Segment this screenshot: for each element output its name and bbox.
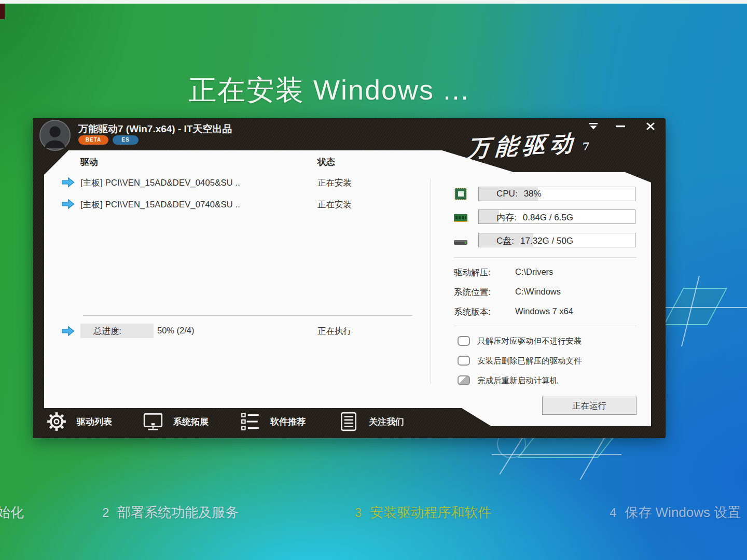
step-number: 2 bbox=[102, 506, 109, 520]
install-title: 正在安装 Windows ... bbox=[188, 72, 469, 109]
progress-label: 总进度: bbox=[93, 326, 121, 337]
doc-icon bbox=[338, 411, 359, 432]
driver-status: 正在安装 bbox=[317, 199, 352, 211]
ram-value: 0.84G / 6.5G bbox=[523, 213, 573, 222]
option-extract-only[interactable]: 只解压对应驱动但不进行安装 bbox=[458, 336, 665, 349]
progress-value: 50% (2/4) bbox=[157, 326, 195, 335]
arrow-right-icon bbox=[61, 199, 75, 209]
option-label: 安装后删除已解压的驱动文件 bbox=[477, 356, 582, 367]
avatar bbox=[39, 119, 71, 151]
step-2: 2部署系统功能及服务 bbox=[102, 503, 239, 522]
info-row-system-version: 系统版本: Windows 7 x64 bbox=[454, 306, 651, 319]
screen-top-strip bbox=[0, 0, 747, 4]
option-label: 只解压对应驱动但不进行安装 bbox=[477, 336, 582, 347]
arrow-right-icon bbox=[61, 177, 75, 188]
step-3-active: 3安装驱动程序和软件 bbox=[355, 503, 491, 522]
line-decoration bbox=[492, 454, 621, 455]
step-number: 4 bbox=[610, 506, 616, 520]
line-decoration bbox=[658, 307, 747, 308]
ram-meter: 内存:0.84G / 6.5G bbox=[478, 209, 635, 224]
cpu-meter-text: CPU:38% bbox=[496, 189, 542, 199]
divider bbox=[83, 315, 412, 316]
info-row-drivers-path: 驱动解压: C:\Drivers bbox=[454, 267, 651, 279]
running-button[interactable]: 正在运行 bbox=[542, 397, 637, 415]
driver-name: [主板] PCI\VEN_15AD&DEV_0405&SU .. bbox=[80, 177, 240, 189]
cpu-icon bbox=[453, 186, 468, 202]
cpu-label: CPU: bbox=[496, 189, 518, 199]
progress-status: 正在执行 bbox=[317, 326, 352, 337]
option-restart-after-finish[interactable]: 完成后重新启动计算机 bbox=[458, 375, 665, 389]
info-label: 系统位置: bbox=[454, 287, 491, 298]
step-label: 保存 Windows 设置 bbox=[625, 505, 741, 520]
disk-value: 17.32G / 50G bbox=[520, 236, 573, 246]
driver-installer-window: 万能驱动7 (Win7.x64) - IT天空出品 BETA ES 万能驱动7 … bbox=[33, 118, 666, 438]
ram-label: 内存: bbox=[496, 213, 517, 222]
ram-icon bbox=[453, 210, 468, 226]
driver-status: 正在安装 bbox=[317, 177, 352, 189]
overall-progress-row: 总进度: 50% (2/4) 正在执行 bbox=[33, 324, 427, 339]
disk-meter-text: C盘:17.32G / 50G bbox=[496, 235, 573, 247]
divider bbox=[454, 257, 637, 258]
gear-icon bbox=[46, 411, 67, 432]
arrow-right-icon bbox=[61, 326, 75, 337]
column-header-driver: 驱动 bbox=[80, 156, 98, 168]
table-row[interactable]: [主板] PCI\VEN_15AD&DEV_0740&SU .. 正在安装 bbox=[33, 198, 427, 214]
cpu-value: 38% bbox=[524, 189, 542, 199]
toolbar-label: 系统拓展 bbox=[173, 416, 209, 428]
toolbar-label: 软件推荐 bbox=[270, 416, 306, 428]
option-label: 完成后重新启动计算机 bbox=[477, 375, 558, 386]
toolbar-label: 驱动列表 bbox=[77, 416, 112, 428]
desktop: { "desktop": { "title": "正在安装 Windows ..… bbox=[0, 0, 747, 560]
brand-logo: 万能驱动7 bbox=[467, 123, 655, 164]
monitor-icon bbox=[142, 411, 164, 432]
info-row-system-path: 系统位置: C:\Windows bbox=[454, 287, 651, 299]
divider bbox=[454, 326, 637, 326]
step-4: 4保存 Windows 设置 bbox=[610, 503, 741, 522]
column-header-status: 状态 bbox=[317, 156, 335, 168]
disk-meter: C盘:17.32G / 50G bbox=[478, 233, 635, 247]
panel-divider bbox=[431, 179, 431, 384]
list-icon bbox=[239, 411, 261, 432]
cpu-meter: CPU:38% bbox=[478, 187, 635, 201]
brand-logo-text: 万能驱动 bbox=[467, 129, 578, 161]
info-label: 系统版本: bbox=[454, 306, 491, 318]
disk-label: C盘: bbox=[496, 236, 514, 246]
ram-meter-text: 内存:0.84G / 6.5G bbox=[496, 212, 573, 223]
info-label: 驱动解压: bbox=[454, 267, 491, 278]
step-label: 始化 bbox=[0, 505, 24, 520]
disk-icon bbox=[453, 234, 468, 249]
checkbox[interactable] bbox=[458, 336, 470, 346]
option-delete-after-install[interactable]: 安装后删除已解压的驱动文件 bbox=[458, 356, 665, 369]
es-badge: ES bbox=[113, 135, 139, 145]
toolbar-label: 关注我们 bbox=[369, 416, 404, 428]
step-label: 部署系统功能及服务 bbox=[117, 505, 239, 520]
window-title: 万能驱动7 (Win7.x64) - IT天空出品 bbox=[78, 122, 232, 136]
info-value: C:\Windows bbox=[515, 287, 561, 297]
step-number: 3 bbox=[355, 506, 362, 520]
info-value: C:\Drivers bbox=[515, 267, 553, 277]
beta-badge: BETA bbox=[78, 135, 108, 145]
screen-corner-notch bbox=[0, 4, 5, 19]
info-value: Windows 7 x64 bbox=[515, 306, 573, 316]
table-row[interactable]: [主板] PCI\VEN_15AD&DEV_0405&SU .. 正在安装 bbox=[33, 176, 427, 192]
step-1: 始化 bbox=[0, 503, 24, 522]
driver-name: [主板] PCI\VEN_15AD&DEV_0740&SU .. bbox=[80, 199, 240, 211]
brand-logo-version: 7 bbox=[582, 140, 590, 153]
glass-pane-decoration-right bbox=[658, 275, 747, 347]
checkbox[interactable] bbox=[458, 356, 470, 366]
step-label: 安装驱动程序和软件 bbox=[370, 505, 491, 520]
checkbox[interactable] bbox=[458, 375, 470, 385]
